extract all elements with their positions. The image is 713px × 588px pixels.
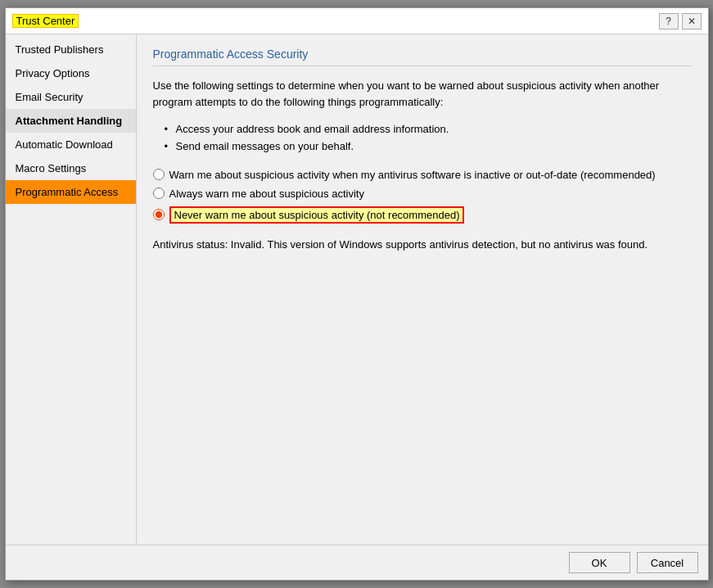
radio-item-never-warn[interactable]: Never warn me about suspicious activity … xyxy=(153,206,692,224)
bullet-list: Access your address book and email addre… xyxy=(176,121,692,156)
dialog-footer: OK Cancel xyxy=(6,545,708,580)
section-title: Programmatic Access Security xyxy=(153,47,309,61)
radio-label-never-warn: Never warn me about suspicious activity … xyxy=(169,206,465,224)
sidebar-item-email-security[interactable]: Email Security xyxy=(6,85,136,109)
sidebar-item-privacy-options[interactable]: Privacy Options xyxy=(6,61,136,85)
sidebar-item-automatic-download[interactable]: Automatic Download xyxy=(6,133,136,156)
cancel-button[interactable]: Cancel xyxy=(637,552,698,573)
radio-label-warn-inactive: Warn me about suspicious activity when m… xyxy=(169,169,656,181)
radio-label-highlight: Never warn me about suspicious activity … xyxy=(169,206,465,224)
antivirus-status: Antivirus status: Invalid. This version … xyxy=(153,238,692,251)
dialog-title: Trust Center xyxy=(12,14,79,28)
sidebar-item-trusted-publishers[interactable]: Trusted Publishers xyxy=(6,38,136,61)
sidebar-item-macro-settings[interactable]: Macro Settings xyxy=(6,156,136,180)
title-bar: Trust Center ? ✕ xyxy=(6,8,708,34)
main-content: Programmatic Access Security Use the fol… xyxy=(137,34,708,545)
title-bar-controls: ? ✕ xyxy=(659,13,702,29)
bullet-item-2: Send email messages on your behalf. xyxy=(176,138,692,156)
radio-item-always-warn[interactable]: Always warn me about suspicious activity xyxy=(153,188,692,200)
section-header: Programmatic Access Security xyxy=(153,47,692,66)
trust-center-dialog: Trust Center ? ✕ Trusted Publishers Priv… xyxy=(5,7,709,581)
dialog-body: Trusted Publishers Privacy Options Email… xyxy=(6,34,708,545)
radio-never-warn[interactable] xyxy=(153,209,165,220)
ok-button[interactable]: OK xyxy=(569,552,630,573)
help-button[interactable]: ? xyxy=(659,13,679,29)
radio-label-always-warn: Always warn me about suspicious activity xyxy=(169,188,364,200)
sidebar-item-attachment-handling[interactable]: Attachment Handling xyxy=(6,109,136,133)
radio-warn-inactive[interactable] xyxy=(153,169,165,180)
radio-item-warn-inactive[interactable]: Warn me about suspicious activity when m… xyxy=(153,169,692,181)
sidebar-item-programmatic-access[interactable]: Programmatic Access xyxy=(6,180,136,204)
sidebar: Trusted Publishers Privacy Options Email… xyxy=(6,34,137,545)
radio-always-warn[interactable] xyxy=(153,188,165,199)
content-area: Programmatic Access Security Use the fol… xyxy=(137,34,708,545)
bullet-item-1: Access your address book and email addre… xyxy=(176,121,692,138)
close-button[interactable]: ✕ xyxy=(682,13,702,29)
radio-group: Warn me about suspicious activity when m… xyxy=(153,169,692,224)
description-text: Use the following settings to determine … xyxy=(153,78,692,110)
